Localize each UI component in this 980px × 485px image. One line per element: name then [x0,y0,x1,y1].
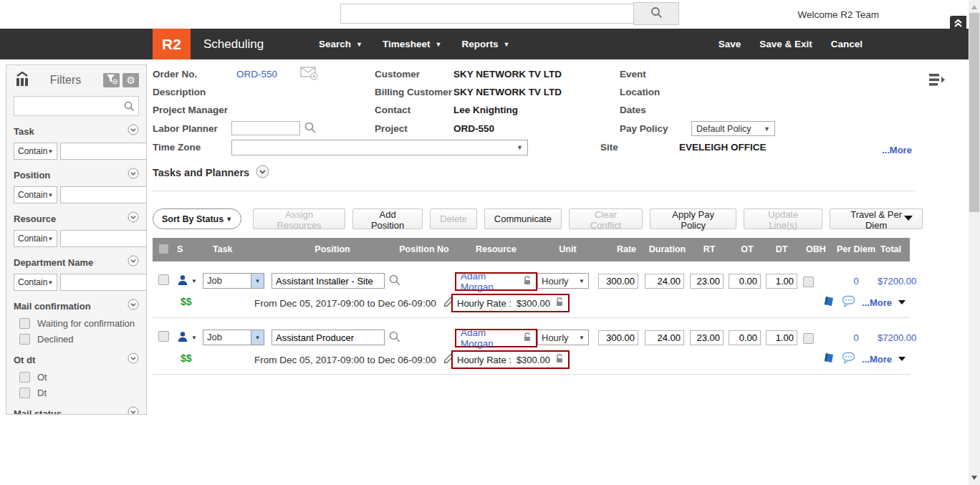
delete-button[interactable]: Delete [430,208,477,229]
position-input[interactable] [272,330,385,345]
per-diem-link[interactable]: 0 [835,332,878,343]
assign-resources-button[interactable]: Assign Resources [253,208,345,229]
scroll-down-arrow-icon[interactable] [971,476,977,480]
update-lines-button[interactable]: Update Line(s) [744,208,822,229]
mail-cancel-icon[interactable] [300,67,319,83]
global-search-button[interactable] [633,2,679,25]
rate-input[interactable] [598,274,638,289]
menu-search[interactable]: Search ▼ [319,39,362,49]
lock-icon[interactable] [523,276,532,287]
filter-search-input[interactable] [14,96,139,116]
status-resource-menu[interactable]: ▼ [171,274,203,288]
dt-input[interactable] [766,274,797,289]
tasks-and-planners-toggle[interactable]: Tasks and Planners [153,165,269,181]
communicate-button[interactable]: Communicate [484,208,562,229]
ot-input[interactable] [729,274,761,289]
chevron-down-icon[interactable] [898,357,905,361]
notes-book-icon[interactable] [823,295,835,309]
waiting-for-confirmation-checkbox[interactable] [19,318,30,329]
chevron-down-circle-icon[interactable] [128,124,139,138]
department-filter-input[interactable] [60,274,147,291]
chevron-down-circle-icon[interactable] [128,168,139,182]
obh-checkbox[interactable] [803,277,814,287]
department-operator-select[interactable]: Contain▼ [14,274,57,291]
task-select[interactable]: Job ▼ [203,330,264,345]
cancel-button[interactable]: Cancel [831,39,863,49]
obh-checkbox[interactable] [803,333,814,344]
sort-by-select[interactable]: Sort By Status ▼ [153,208,241,229]
scroll-up-arrow-icon[interactable] [971,5,977,9]
task-filter-input[interactable] [60,143,147,160]
scrollbar-thumb[interactable] [969,13,979,212]
clear-conflict-button[interactable]: Clear Conflict [569,208,643,229]
chevron-down-circle-icon[interactable] [128,211,139,226]
dt-input[interactable] [766,330,797,345]
toolbar-more-dropdown-icon[interactable] [904,216,913,221]
grid-options-menu-icon[interactable] [928,72,948,92]
order-no-link[interactable]: ORD-550 [236,69,277,80]
search-icon[interactable] [389,274,400,288]
save-and-exit-button[interactable]: Save & Exit [759,39,812,49]
resource-link[interactable]: Adam Morgan [461,327,518,349]
comment-bubble-icon[interactable] [842,295,855,309]
chevron-down-circle-icon[interactable] [128,352,139,367]
menu-timesheet[interactable]: Timesheet ▼ [383,39,441,49]
row-select-checkbox[interactable] [158,274,169,285]
task-operator-select[interactable]: Contain▼ [14,143,57,160]
unit-select[interactable]: Hourly ▼ [537,330,589,345]
time-zone-select[interactable]: ▼ [231,140,528,155]
declined-checkbox[interactable] [19,334,30,345]
resource-link[interactable]: Adam Morgan [461,271,518,292]
more-header-link[interactable]: ...More [882,145,912,155]
comment-bubble-icon[interactable] [842,352,855,366]
chevron-down-circle-icon[interactable] [128,255,139,269]
labor-planner-input[interactable] [231,121,300,135]
rt-input[interactable] [690,330,724,345]
position-filter-input[interactable] [60,186,147,203]
per-diem-link[interactable]: 0 [835,276,878,287]
save-button[interactable]: Save [719,39,741,49]
menu-reports[interactable]: Reports ▼ [461,39,509,49]
rate-input[interactable] [598,330,638,345]
row-select-checkbox[interactable] [158,331,169,342]
lock-icon[interactable] [555,354,564,365]
vertical-scrollbar[interactable] [969,0,980,485]
resource-filter-input[interactable] [60,230,147,247]
duration-input[interactable] [645,330,684,345]
global-search-input[interactable] [340,4,637,24]
dates-label: Dates [620,105,646,115]
project-label: Project [375,123,408,134]
resource-operator-select[interactable]: Contain▼ [14,230,57,247]
apply-pay-policy-button[interactable]: Apply Pay Policy [650,208,736,229]
status-resource-menu[interactable]: ▼ [171,331,203,345]
chevron-down-circle-icon[interactable] [128,406,139,415]
task-select[interactable]: Job ▼ [203,273,264,289]
lock-icon[interactable] [523,332,532,344]
row-more-link[interactable]: ...More [862,354,892,365]
position-input[interactable] [272,273,385,289]
collapse-panel-button[interactable] [950,16,966,33]
dt-checkbox[interactable] [19,388,30,398]
notes-book-icon[interactable] [823,352,835,366]
select-all-checkbox[interactable] [158,244,169,254]
filter-settings-button[interactable]: ⚙ [123,73,139,87]
position-operator-select[interactable]: Contain▼ [14,186,57,203]
lock-icon[interactable] [555,297,564,309]
total-link[interactable]: $7200.00 [878,332,925,343]
add-position-button[interactable]: Add Position [352,208,423,229]
chevron-down-icon[interactable] [898,300,905,304]
pay-policy-select[interactable]: Default Policy ▼ [691,121,775,136]
clear-filter-button[interactable] [103,73,120,87]
ot-input[interactable] [729,330,761,345]
rt-input[interactable] [690,274,724,289]
chevron-down-circle-icon[interactable] [128,299,139,313]
unit-select[interactable]: Hourly ▼ [537,273,589,289]
total-link[interactable]: $7200.00 [878,276,925,287]
duration-input[interactable] [645,274,684,289]
collapse-columns-icon[interactable] [14,72,31,90]
search-icon[interactable] [304,122,316,135]
search-icon[interactable] [389,331,400,345]
row-more-link[interactable]: ...More [862,297,892,308]
r2-logo: R2 [153,29,191,59]
ot-checkbox[interactable] [19,372,30,383]
